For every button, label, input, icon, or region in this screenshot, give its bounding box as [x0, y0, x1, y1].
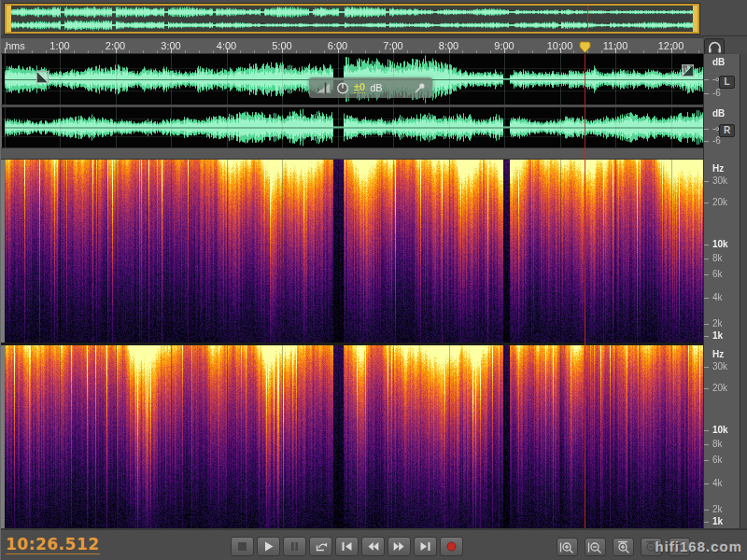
- overview-left-handle[interactable]: [7, 6, 11, 32]
- rewind-button[interactable]: [361, 537, 385, 556]
- overview-playhead-line: [587, 6, 588, 32]
- volume-hud[interactable]: ±0 dB: [309, 77, 432, 98]
- transport-bar: 10:26.512 hifi168.com: [1, 530, 747, 560]
- freq-tick-1k: 1k: [712, 329, 723, 340]
- channel-button-l[interactable]: L: [719, 76, 735, 89]
- ruler-tick: [671, 48, 672, 53]
- ruler-tick: [704, 510, 709, 511]
- ruler-tick: [324, 50, 325, 53]
- db-tick-l: dB: [712, 57, 725, 67]
- freq-tick-2k: 2k: [712, 318, 723, 329]
- ruler-tick: [32, 50, 33, 53]
- ruler-tick: [338, 48, 339, 53]
- ruler-tick: [629, 50, 630, 53]
- freq-tick-4k: 4k: [712, 292, 723, 302]
- ruler-tick: [185, 50, 186, 53]
- ruler-tick: [116, 48, 117, 53]
- pin-icon[interactable]: [414, 82, 426, 94]
- overview-range-bar[interactable]: [5, 4, 699, 34]
- vertical-ruler: dB-∞-6LdB-∞-6RHz30k20k10k8k6k4k2k1kHz30k…: [703, 54, 740, 528]
- ruler-tick: [704, 93, 709, 94]
- playhead-line: [585, 54, 585, 528]
- fader-icon: [316, 81, 331, 94]
- ruler-tick: [704, 444, 709, 445]
- loop-playback-button[interactable]: [309, 537, 332, 556]
- spectrogram-canvas-right[interactable]: [1, 345, 703, 528]
- waveform-spectral-splitter[interactable]: [1, 147, 703, 160]
- waveform-canvas-right[interactable]: [1, 107, 703, 147]
- right-edge: [741, 54, 747, 528]
- zoom-in-vertical-button[interactable]: [613, 538, 634, 556]
- ruler-tick: [213, 50, 214, 53]
- ruler-tick: [449, 48, 450, 53]
- ruler-tick: [704, 274, 709, 275]
- freq-tick-30k: 30k: [712, 360, 727, 371]
- overview-waveform-canvas[interactable]: [7, 6, 698, 32]
- ruler-tick: [573, 50, 574, 53]
- knob-icon[interactable]: [336, 81, 349, 94]
- ruler-tick: [268, 50, 269, 53]
- zoom-out-horizontal-button[interactable]: [585, 538, 606, 556]
- ruler-tick: [504, 48, 505, 53]
- ruler-tick: [704, 460, 709, 461]
- ruler-tick: [365, 50, 366, 53]
- ruler-tick: [684, 50, 685, 53]
- freq-tick-30k: 30k: [712, 175, 727, 185]
- fast-forward-button[interactable]: [388, 537, 411, 556]
- timeline-ruler[interactable]: hms 1:002:003:004:005:006:007:008:009:00…: [1, 37, 703, 54]
- ruler-tick: [490, 50, 491, 53]
- audio-editor-window: hms 1:002:003:004:005:006:007:008:009:00…: [0, 0, 747, 560]
- record-button[interactable]: [440, 537, 463, 556]
- freq-tick-20k: 20k: [712, 197, 727, 207]
- ruler-tick: [393, 48, 394, 53]
- ruler-tick: [171, 48, 172, 53]
- ruler-tick: [157, 50, 158, 53]
- fade-in-handle[interactable]: [36, 71, 49, 83]
- skip-to-start-button[interactable]: [335, 537, 359, 556]
- ruler-tick: [407, 50, 408, 53]
- playhead-marker[interactable]: [579, 41, 591, 54]
- ruler-tick: [240, 50, 241, 53]
- ruler-tick: [102, 50, 103, 53]
- ruler-tick: [704, 203, 709, 203]
- spectrogram-canvas-left[interactable]: [1, 160, 703, 343]
- fade-out-handle[interactable]: [682, 64, 694, 77]
- ruler-tick: [379, 50, 380, 53]
- watermark-text: hifi168.com: [655, 539, 742, 554]
- ruler-tick: [704, 336, 709, 337]
- ruler-tick: [704, 141, 709, 142]
- skip-to-end-button[interactable]: [414, 537, 437, 556]
- freq-tick-20k: 20k: [712, 383, 727, 393]
- ruler-tick: [704, 79, 709, 80]
- freq-tick-8k: 8k: [712, 253, 723, 263]
- pause-button: [283, 537, 306, 556]
- freq-tick-10k: 10k: [712, 238, 728, 248]
- ruler-tick: [704, 298, 709, 299]
- ruler-tick: [704, 259, 709, 259]
- play-button[interactable]: [257, 537, 280, 556]
- ruler-tick: [435, 50, 436, 53]
- ruler-tick: [518, 50, 519, 53]
- ruler-tick: [351, 50, 352, 53]
- db-tick-r: dB: [712, 108, 725, 119]
- ruler-tick: [143, 50, 144, 53]
- ruler-tick: [704, 324, 709, 325]
- ruler-tick: [46, 50, 47, 53]
- freq-tick-1k: 1k: [712, 515, 723, 525]
- freq-tick-6k: 6k: [712, 269, 723, 279]
- zoom-in-horizontal-button[interactable]: [557, 538, 578, 556]
- time-format-label: hms: [6, 40, 25, 51]
- stop-button: [231, 537, 254, 556]
- ruler-tick: [560, 48, 561, 53]
- ruler-tick: [129, 50, 130, 53]
- headphones-icon: [708, 41, 722, 53]
- ruler-tick: [310, 50, 311, 53]
- ruler-tick: [462, 50, 463, 53]
- ruler-tick: [615, 48, 616, 53]
- channel-button-r[interactable]: R: [719, 124, 735, 137]
- ruler-tick: [421, 50, 422, 53]
- ruler-tick: [657, 50, 658, 53]
- playhead-time-display[interactable]: 10:26.512: [6, 535, 100, 554]
- overview-right-handle[interactable]: [693, 6, 698, 32]
- gain-value[interactable]: ±0: [354, 82, 365, 93]
